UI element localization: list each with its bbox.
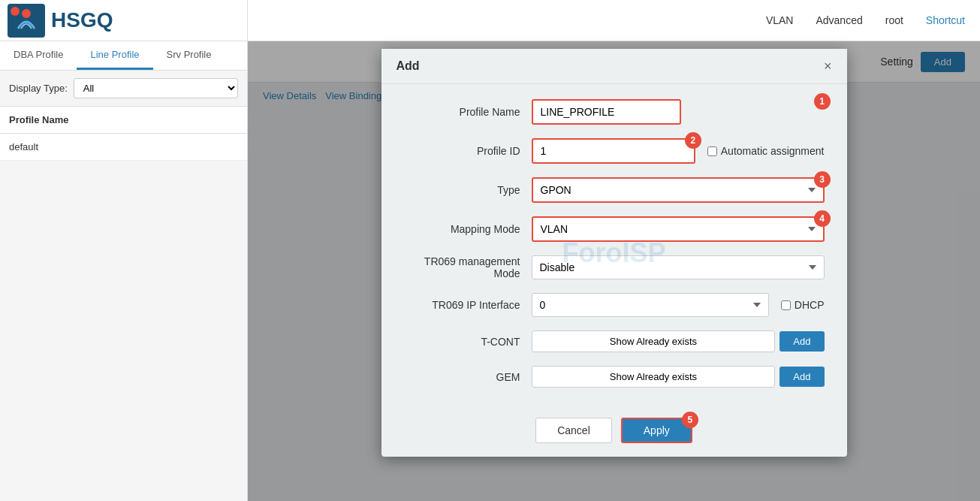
type-label: Type	[404, 184, 532, 196]
mapping-mode-label: Mapping Mode	[404, 223, 532, 235]
badge-5: 5	[682, 412, 698, 428]
nav-vlan[interactable]: VLAN	[766, 14, 794, 26]
badge-1: 1	[814, 93, 831, 110]
content-area: Setting Add View Details View Binding De…	[248, 41, 980, 501]
profile-id-field-group: 2 Automatic assignment	[532, 138, 825, 164]
gem-add-button[interactable]: Add	[779, 367, 824, 387]
badge-3: 3	[814, 171, 831, 188]
tr069-mode-label: TR069 management Mode	[404, 255, 532, 279]
tcont-row: T-CONT Show Already exists Add	[404, 330, 825, 352]
logo-icon	[8, 4, 45, 38]
display-type-select[interactable]: All	[74, 78, 238, 98]
profile-id-input[interactable]	[532, 138, 695, 164]
modal-close-button[interactable]: ×	[824, 59, 832, 73]
tcont-label: T-CONT	[404, 336, 532, 348]
modal: Add × Profile Name 1 Profile ID	[381, 49, 847, 457]
automatic-assignment-checkbox[interactable]	[707, 146, 717, 156]
profile-name-label: Profile Name	[404, 106, 532, 118]
profile-id-label: Profile ID	[404, 145, 532, 157]
dhcp-label: DHCP	[781, 299, 825, 311]
dhcp-text: DHCP	[795, 299, 825, 311]
modal-overlay: Add × Profile Name 1 Profile ID	[248, 41, 980, 501]
filter-row: Display Type: All	[0, 71, 247, 107]
nav-root[interactable]: root	[885, 14, 903, 26]
svg-point-0	[22, 9, 31, 18]
tr069-ip-row: TR069 IP Interface 0 DHCP	[404, 293, 825, 317]
app-name: HSGQ	[51, 8, 113, 32]
profile-name-wrapper: 1	[532, 99, 825, 125]
tab-bar: DBA Profile Line Profile Srv Profile	[0, 41, 247, 71]
main-area: DBA Profile Line Profile Srv Profile Dis…	[0, 41, 980, 501]
sidebar: DBA Profile Line Profile Srv Profile Dis…	[0, 41, 248, 501]
tr069-ip-field-group: 0 DHCP	[532, 293, 825, 317]
tab-srv-profile[interactable]: Srv Profile	[153, 41, 225, 70]
tr069-ip-label: TR069 IP Interface	[404, 299, 532, 311]
profile-name-input[interactable]	[532, 99, 681, 125]
badge-4: 4	[814, 210, 831, 227]
mapping-wrapper: VLAN 4	[532, 216, 825, 242]
cancel-button[interactable]: Cancel	[535, 418, 612, 443]
modal-header: Add ×	[381, 49, 847, 84]
modal-title: Add	[397, 59, 420, 73]
tab-line-profile[interactable]: Line Profile	[77, 41, 152, 70]
profile-name-cell: default	[9, 141, 38, 152]
type-wrapper: GPON 3	[532, 177, 825, 203]
mapping-mode-row: Mapping Mode VLAN 4	[404, 216, 825, 242]
badge-2: 2	[685, 132, 701, 149]
gem-row: GEM Show Already exists Add	[404, 366, 825, 388]
gem-label: GEM	[404, 371, 532, 383]
modal-body: Profile Name 1 Profile ID 2	[381, 84, 847, 409]
profile-id-row: Profile ID 2 Automatic assignment	[404, 138, 825, 164]
nav-links: VLAN Advanced root Shortcut	[766, 14, 980, 26]
logo-area: HSGQ	[0, 0, 248, 41]
tr069-ip-select[interactable]: 0	[532, 293, 769, 317]
automatic-assignment-label: Automatic assignment	[707, 145, 825, 157]
tr069-mode-select[interactable]: Disable	[532, 255, 825, 279]
profile-id-wrapper: 2	[532, 138, 695, 164]
type-row: Type GPON 3	[404, 177, 825, 203]
tcont-show-button[interactable]: Show Already exists	[532, 330, 776, 352]
apply-wrapper: Apply 5	[621, 418, 692, 443]
dhcp-checkbox[interactable]	[781, 300, 791, 310]
gem-show-button[interactable]: Show Already exists	[532, 366, 776, 388]
top-nav: HSGQ VLAN Advanced root Shortcut	[0, 0, 980, 41]
tcont-add-button[interactable]: Add	[779, 331, 824, 352]
automatic-assignment-text: Automatic assignment	[721, 145, 825, 157]
profile-name-row: Profile Name 1	[404, 99, 825, 125]
gem-field-group: Show Already exists Add	[532, 366, 825, 388]
nav-shortcut[interactable]: Shortcut	[926, 14, 965, 26]
tab-dba-profile[interactable]: DBA Profile	[0, 41, 77, 70]
table-header: Profile Name	[0, 107, 247, 134]
tr069-mode-row: TR069 management Mode Disable	[404, 255, 825, 279]
modal-footer: Cancel Apply 5	[381, 409, 847, 457]
filter-label: Display Type:	[9, 83, 68, 94]
tcont-field-group: Show Already exists Add	[532, 330, 825, 352]
nav-advanced[interactable]: Advanced	[816, 14, 862, 26]
type-select[interactable]: GPON	[532, 177, 825, 203]
table-row: default	[0, 134, 247, 161]
mapping-mode-select[interactable]: VLAN	[532, 216, 825, 242]
